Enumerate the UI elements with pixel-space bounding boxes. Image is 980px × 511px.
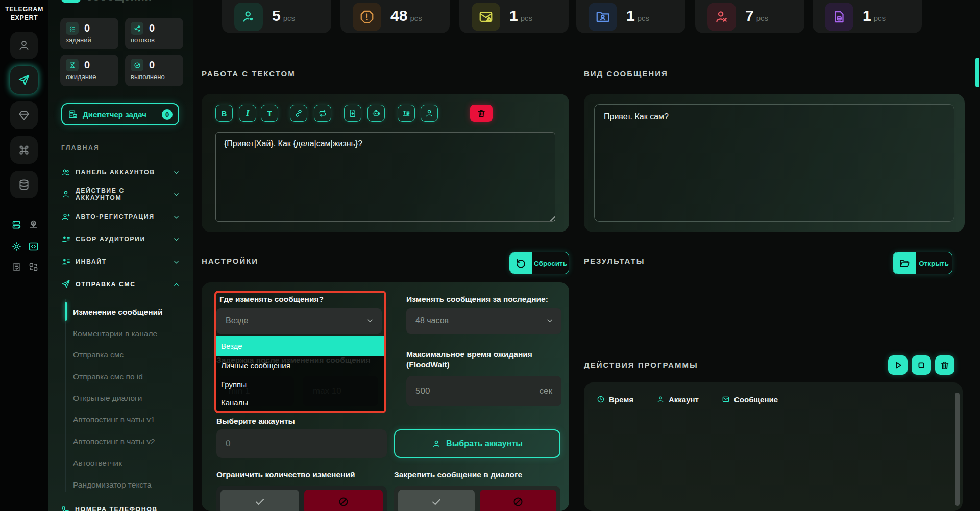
bold-button[interactable]: B [215, 105, 233, 122]
block-icon [338, 496, 349, 507]
message-view-title: ВИД СООБЩЕНИЯ [584, 69, 668, 78]
submenu-item-autoresponder[interactable]: Автоответчик [73, 458, 122, 468]
limit-yes-button[interactable] [220, 490, 299, 511]
italic-button[interactable]: I [239, 105, 256, 122]
select-accounts-button[interactable]: Выбрать аккаунты [394, 429, 560, 458]
submenu-item-send-sms[interactable]: Отправка смс [73, 350, 124, 360]
submenu-item-edit-messages[interactable]: Изменение сообщений [73, 307, 163, 317]
folder-user-icon [589, 3, 617, 31]
card-value: 1 [509, 7, 518, 24]
task-manager-icon [68, 109, 78, 119]
hourglass-icon [66, 59, 79, 71]
sidebar-item-label: ОТПРАВКА СМС [76, 280, 136, 288]
sidebar-item-account-action[interactable]: ДЕЙСТВИЕ С АККАУНТОМ [61, 189, 180, 200]
clear-text-button[interactable] [470, 105, 493, 122]
account-network-icon[interactable] [28, 219, 39, 231]
file-add-button[interactable] [344, 105, 361, 122]
submenu-item-channel-comments[interactable]: Комментарии в канале [73, 328, 157, 339]
gear-icon[interactable] [11, 241, 22, 252]
table-scrollbar-thumb[interactable] [955, 393, 960, 506]
start-button[interactable] [888, 355, 908, 375]
app-window: TELEGRAM EXPERT сообщений 0 заданий [0, 0, 980, 511]
active-submenu-indicator [65, 302, 67, 321]
message-template-input[interactable]: {Привет|Хай}. Как {дела|сам|жизнь}? [215, 132, 555, 222]
card-value: 7 [745, 7, 754, 24]
text-format-button[interactable] [398, 105, 415, 122]
report-check-icon[interactable] [11, 261, 22, 272]
sidebar-item-label: ДЕЙСТВИЕ С АККАУНТОМ [76, 187, 168, 201]
paper-plane-icon [61, 279, 70, 289]
sidebar-item-accounts-panel[interactable]: ПАНЕЛЬ АККАУНТОВ [61, 167, 180, 178]
title-button[interactable]: T [261, 105, 278, 122]
open-results-label: Открыть [916, 252, 952, 274]
card-value: 48 [390, 7, 407, 24]
submenu-item-text-randomizer[interactable]: Рандомизатор текста [73, 480, 152, 490]
column-label: Аккаунт [669, 395, 699, 404]
mail-alert-icon [472, 3, 500, 31]
chevron-down-icon [173, 259, 180, 265]
code-window-icon[interactable] [28, 241, 39, 252]
submenu-item-autoposting-v1[interactable]: Автопостинг в чаты v1 [73, 415, 155, 425]
stat-value: 0 [149, 22, 155, 34]
column-time: Время [597, 393, 633, 406]
submenu-item-autoposting-v2[interactable]: Автопостинг в чаты v2 [73, 437, 155, 447]
diamond-rail-button[interactable] [10, 101, 38, 129]
accounts-count-input[interactable]: 0 [216, 429, 387, 458]
page-title-fragment: сообщений [86, 0, 152, 4]
open-results-button[interactable]: Открыть [893, 252, 952, 274]
chevron-down-icon [173, 236, 180, 243]
pin-no-button[interactable] [480, 490, 556, 511]
dropdown-option-groups[interactable]: Группы [215, 375, 384, 394]
sim-card-icon [825, 3, 853, 31]
sidebar-item-invite[interactable]: ИНВАЙТ [61, 256, 180, 267]
link-button[interactable] [290, 105, 307, 122]
sidebar-item-auto-registration[interactable]: АВТО-РЕГИСТРАЦИЯ [61, 211, 180, 222]
sidebar-item-sms-sending[interactable]: ОТПРАВКА СМС [61, 278, 180, 290]
swap-boxes-icon[interactable] [28, 261, 39, 272]
diamond-icon [17, 109, 31, 122]
mention-user-button[interactable] [421, 105, 438, 122]
dropdown-option-everywhere[interactable]: Везде [215, 336, 384, 356]
mail-icon [722, 395, 730, 403]
stop-button[interactable] [912, 355, 931, 375]
dropdown-option-channels[interactable]: Каналы [215, 394, 384, 411]
page-scrollbar-thumb[interactable] [975, 58, 979, 87]
server-check-icon[interactable] [11, 219, 22, 231]
task-dispatcher-button[interactable]: Диспетчер задач 0 [61, 103, 179, 125]
checklist-icon [66, 22, 79, 35]
clear-log-button[interactable] [935, 355, 954, 375]
where-edit-dropdown: Везде Личные сообщения Группы Каналы [215, 336, 384, 412]
command-icon [17, 143, 31, 157]
card-value: 5 [272, 7, 281, 24]
robot-button[interactable] [368, 105, 385, 122]
floodwait-value: 500 [415, 386, 430, 396]
repeat-button[interactable] [314, 105, 331, 122]
where-edit-select[interactable]: Везде [216, 308, 382, 334]
program-actions-table: Время Аккаунт Сообщение [584, 382, 963, 511]
pin-yes-button[interactable] [398, 490, 475, 511]
floodwait-unit: сек [540, 386, 552, 396]
database-rail-button[interactable] [10, 171, 38, 198]
submenu-item-send-sms-by-id[interactable]: Отправка смс по id [73, 372, 143, 382]
profile-rail-button[interactable] [10, 32, 38, 59]
settings-title: НАСТРОЙКИ [202, 257, 258, 265]
card-unit: pcs [756, 14, 768, 22]
reset-settings-button[interactable]: Сбросить [509, 252, 569, 274]
submenu-item-open-dialogs[interactable]: Открытые диалоги [73, 393, 142, 403]
limit-no-button[interactable] [304, 490, 383, 511]
sidebar-item-phone-numbers[interactable]: НОМЕРА ТЕЛЕФОНОВ [61, 504, 180, 511]
command-rail-button[interactable] [10, 136, 38, 164]
chevron-down-icon [366, 317, 374, 324]
check-circle-icon [131, 59, 143, 71]
card-value: 1 [863, 7, 871, 24]
text-work-title: РАБОТА С ТЕКСТОМ [202, 69, 296, 78]
edit-period-select[interactable]: 48 часов [406, 308, 561, 334]
sidebar-item-audience-collection[interactable]: СБОР АУДИТОРИИ [61, 234, 180, 245]
message-view-panel: Привет. Как сам? [584, 94, 965, 232]
sidebar-item-label: АВТО-РЕГИСТРАЦИЯ [76, 213, 155, 220]
floodwait-input[interactable]: 500 сек [406, 376, 561, 406]
floodwait-label-line2: (FloodWait) [406, 360, 450, 369]
send-rail-button[interactable] [10, 66, 38, 94]
dropdown-option-private[interactable]: Личные сообщения [215, 356, 384, 375]
column-label: Сообщение [734, 395, 778, 404]
